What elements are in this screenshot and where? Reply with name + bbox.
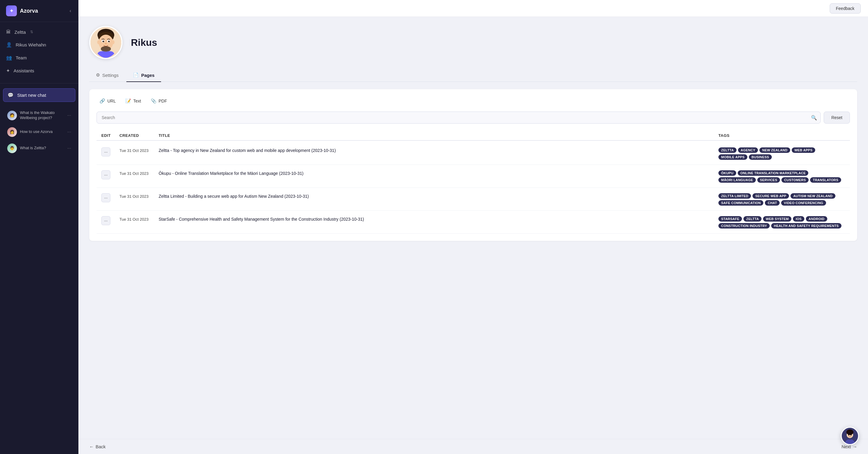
search-input-wrapper: 🔍	[96, 111, 820, 124]
tag: HEALTH AND SAFETY REQUIREMENTS	[771, 223, 841, 228]
svg-point-18	[850, 434, 852, 435]
chat-label-how-to: How to use Azorva	[20, 129, 64, 134]
sidebar-divider	[0, 83, 79, 84]
chat-more-icon-zeltta[interactable]: ···	[67, 145, 71, 151]
tag: VIDEO CONFERENCING	[781, 200, 826, 205]
svg-point-9	[109, 41, 110, 41]
tag: CUSTOMERS	[781, 177, 809, 183]
source-text-button[interactable]: 📝 Text	[122, 96, 144, 105]
chat-avatar-zeltta: 👨	[7, 143, 17, 153]
tag: TRANSLATORS	[810, 177, 841, 183]
url-icon: 🔗	[99, 98, 105, 104]
search-input[interactable]	[96, 111, 820, 124]
chat-more-icon-waikato[interactable]: ···	[67, 113, 71, 118]
text-icon: 📝	[125, 98, 131, 104]
tag: CHAT	[765, 200, 780, 205]
person-icon: 👤	[6, 42, 12, 47]
start-new-chat-button[interactable]: 💬 Start new chat	[3, 88, 75, 102]
source-buttons-row: 🔗 URL 📝 Text 📎 PDF	[96, 96, 850, 105]
chat-item-waikato[interactable]: 🧑 What is the Waikato Wellbeing project?…	[2, 107, 76, 124]
sidebar-item-assistants[interactable]: ✦ Assistants	[0, 64, 79, 77]
sidebar-item-rikus[interactable]: 👤 Rikus Wiehahn	[0, 38, 79, 51]
url-label: URL	[107, 99, 116, 103]
row-edit-cell: ···	[101, 170, 119, 180]
chat-history-section: 🧑 What is the Waikato Wellbeing project?…	[0, 104, 79, 454]
table-rows: ··· Tue 31 Oct 2023 Zeltta - Top agency …	[96, 142, 850, 234]
row-tags-cell-1: ŌKUPUONLINE TRANSLATION MARKETPLACEMĀORI…	[718, 170, 845, 183]
tag: WEB APPS	[792, 148, 815, 153]
sidebar-item-team-label: Team	[16, 55, 27, 60]
chat-item-how-to[interactable]: 👩 How to use Azorva ···	[2, 124, 76, 140]
profile-tabs: ⚙ Settings 📄 Pages	[89, 69, 857, 82]
tag: MĀORI LANGUAGE	[718, 177, 756, 183]
row-date-cell-2: Tue 31 Oct 2023	[119, 193, 159, 199]
settings-tab-icon: ⚙	[96, 72, 100, 78]
tag: ZELTTA	[743, 216, 762, 222]
pages-tab-icon: 📄	[133, 72, 139, 78]
sort-icon: ⇅	[30, 30, 33, 34]
start-chat-label: Start new chat	[17, 93, 46, 98]
back-button[interactable]: ← Back	[89, 444, 105, 449]
sidebar-item-zeltta[interactable]: 🏛 Zeltta ⇅	[0, 26, 79, 38]
tag: AUTISM NEW ZEALAND	[790, 193, 835, 199]
back-label: Back	[96, 444, 105, 449]
row-edit-button-0[interactable]: ···	[101, 148, 111, 157]
tag: SERVICES	[757, 177, 780, 183]
topbar: Feedback	[79, 0, 868, 17]
profile-name: Rikus	[131, 37, 157, 48]
table-row: ··· Tue 31 Oct 2023 Ōkupu - Online Trans…	[96, 165, 850, 188]
sidebar-item-zeltta-label: Zeltta	[14, 30, 26, 35]
row-edit-button-1[interactable]: ···	[101, 170, 111, 180]
svg-point-10	[105, 43, 107, 44]
sidebar-nav: 🏛 Zeltta ⇅ 👤 Rikus Wiehahn 👥 Team ✦ Assi…	[0, 22, 79, 81]
tag: STARSAFE	[718, 216, 742, 222]
svg-point-7	[108, 41, 110, 42]
tag: ŌKUPU	[718, 170, 736, 176]
row-edit-button-2[interactable]: ···	[101, 193, 111, 202]
logo-icon: ✦	[6, 5, 17, 16]
feedback-button[interactable]: Feedback	[830, 3, 861, 13]
tag: CONSTRUCTION INDUSTRY	[718, 223, 770, 228]
back-arrow-icon: ←	[89, 444, 94, 449]
tag: SAFE COMMUNICATION	[718, 200, 763, 205]
svg-point-12	[97, 40, 100, 44]
row-edit-button-3[interactable]: ···	[101, 216, 111, 225]
search-row: 🔍 Reset	[96, 111, 850, 124]
row-edit-cell: ···	[101, 216, 119, 225]
source-url-button[interactable]: 🔗 URL	[96, 96, 119, 105]
pages-panel: 🔗 URL 📝 Text 📎 PDF 🔍 Reset	[89, 89, 857, 241]
app-logo: ✦ Azorva	[6, 5, 38, 16]
svg-point-6	[102, 41, 104, 42]
svg-point-11	[101, 46, 111, 52]
sidebar-item-team[interactable]: 👥 Team	[0, 51, 79, 64]
collapse-sidebar-button[interactable]: ‹	[68, 7, 72, 15]
tag: SECURE WEB APP	[752, 193, 789, 199]
profile-section: Rikus	[89, 26, 857, 59]
sidebar-header: ✦ Azorva ‹	[0, 0, 79, 22]
table-row: ··· Tue 31 Oct 2023 Zeltta - Top agency …	[96, 142, 850, 165]
table-header: Edit Created Title Tags	[96, 131, 850, 141]
header-tags: Tags	[718, 133, 845, 138]
tab-settings[interactable]: ⚙ Settings	[89, 69, 125, 82]
tag: IOS	[793, 216, 804, 222]
assistants-icon: ✦	[6, 68, 10, 73]
chat-avatar-how-to: 👩	[7, 127, 17, 137]
floating-assistant-avatar[interactable]	[841, 427, 859, 445]
row-title-cell-2: Zeltta Limited - Building a secure web a…	[159, 193, 718, 200]
sidebar: ✦ Azorva ‹ 🏛 Zeltta ⇅ 👤 Rikus Wiehahn 👥 …	[0, 0, 79, 454]
pdf-label: PDF	[159, 99, 167, 103]
next-arrow-icon: →	[852, 444, 857, 449]
chat-more-icon-how-to[interactable]: ···	[67, 129, 71, 135]
tag: ZELTTA LIMITED	[718, 193, 751, 199]
building-icon: 🏛	[6, 29, 11, 35]
svg-point-8	[103, 41, 104, 41]
profile-avatar	[89, 26, 122, 59]
tag: NEW ZEALAND	[760, 148, 790, 153]
row-edit-cell: ···	[101, 147, 119, 157]
source-pdf-button[interactable]: 📎 PDF	[148, 96, 170, 105]
reset-button[interactable]: Reset	[824, 111, 850, 124]
search-icon-button[interactable]: 🔍	[811, 115, 817, 121]
tab-pages[interactable]: 📄 Pages	[126, 69, 161, 82]
chat-item-zeltta[interactable]: 👨 What is Zeltta? ···	[2, 140, 76, 156]
tag: BUSINESS	[749, 154, 772, 160]
